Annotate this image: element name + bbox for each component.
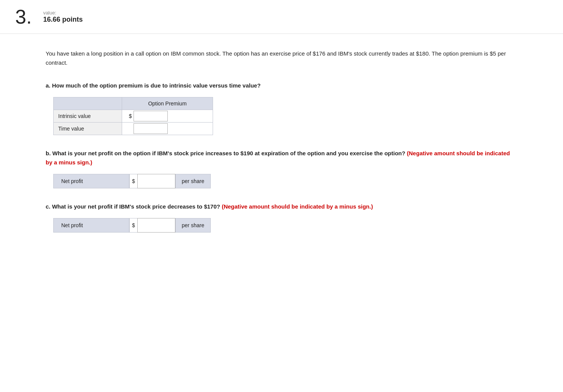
sub-b-net-profit-input[interactable] [137, 174, 175, 188]
sub-a-letter: a. [46, 82, 51, 89]
sub-question-c-label: c. What is your net profit if IBM's stoc… [46, 202, 517, 211]
sub-b-text: What is your net profit on the option if… [52, 150, 407, 156]
sub-b-net-profit-label: Net profit [53, 174, 129, 188]
sub-c-text: What is your net profit if IBM's stock p… [52, 203, 222, 210]
question-value: value: 16.66 points [43, 7, 83, 24]
sub-question-a: a. How much of the option premium is due… [46, 81, 517, 135]
sub-b-net-profit-row: Net profit $ per share [53, 174, 517, 188]
sub-c-per-share: per share [175, 218, 211, 233]
sub-a-text: How much of the option premium is due to… [52, 82, 261, 89]
page-container: 3. value: 16.66 points You have taken a … [0, 0, 563, 261]
intrinsic-label: Intrinsic value [54, 110, 122, 123]
sub-b-per-share: per share [175, 174, 211, 188]
table-header-option-premium: Option Premium [122, 97, 213, 110]
sub-b-letter: b. [46, 150, 51, 156]
table-row-time: Time value [54, 123, 213, 135]
sub-question-a-label: a. How much of the option premium is due… [46, 81, 517, 90]
sub-question-b-label: b. What is your net profit on the option… [46, 149, 517, 167]
question-body: You have taken a long position in a call… [0, 34, 563, 261]
sub-b-dollar: $ [129, 174, 137, 188]
table-row-intrinsic: Intrinsic value $ [54, 110, 213, 123]
question-header: 3. value: 16.66 points [0, 0, 563, 34]
option-premium-table: Option Premium Intrinsic value $ Time [53, 97, 213, 135]
intrinsic-value-input[interactable] [134, 111, 168, 121]
question-number: 3. [15, 7, 32, 27]
time-label: Time value [54, 123, 122, 135]
sub-question-c: c. What is your net profit if IBM's stoc… [46, 202, 517, 233]
table-header-empty [54, 97, 122, 110]
sub-c-notice: (Negative amount should be indicated by … [222, 203, 373, 210]
time-input-cell [134, 123, 213, 135]
sub-question-b: b. What is your net profit on the option… [46, 149, 517, 188]
sub-c-net-profit-label: Net profit [53, 218, 129, 233]
intro-text: You have taken a long position in a call… [46, 49, 517, 67]
value-label: value: [43, 10, 83, 16]
sub-c-dollar: $ [129, 218, 137, 233]
value-points: 16.66 points [43, 16, 83, 24]
time-value-input[interactable] [134, 123, 168, 134]
sub-c-letter: c. [46, 203, 51, 210]
option-premium-table-container: Option Premium Intrinsic value $ Time [53, 97, 517, 135]
time-dollar [122, 123, 134, 135]
intrinsic-dollar: $ [122, 110, 134, 123]
sub-c-net-profit-row: Net profit $ per share [53, 218, 517, 233]
intrinsic-input-cell [134, 110, 213, 123]
sub-c-net-profit-input[interactable] [137, 218, 175, 233]
